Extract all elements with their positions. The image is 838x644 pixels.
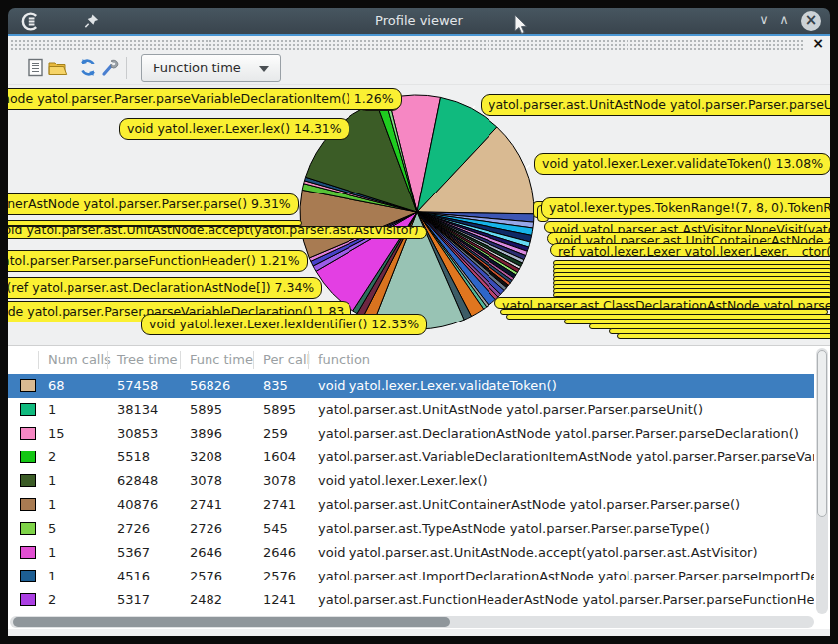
color-swatch <box>20 403 36 416</box>
pie-callout-label: node yatol.parser.Parser.parseVariableDe… <box>8 88 402 110</box>
column-separator <box>253 351 254 369</box>
pie-callout-label: ns(ref yatol.parser.ast.DeclarationAstNo… <box>8 277 322 299</box>
color-swatch <box>20 593 36 606</box>
table-body: 685745856826835void yatol.lexer.Lexer.va… <box>8 374 814 614</box>
color-swatch <box>20 522 36 535</box>
pie-callout-label: yatol.lexer.types.TokenRange!(7, 8, 0).T… <box>541 197 830 219</box>
value-cell: 30853 <box>117 426 158 441</box>
color-swatch <box>20 451 36 463</box>
function-cell: yatol.parser.ast.UnitContainerAstNode ya… <box>318 497 740 512</box>
pie-callout-label: void yatol.lexer.Lexer.validateToken() 1… <box>534 153 830 175</box>
value-cell: 2726 <box>117 521 150 536</box>
pie-callout-label: ref yatol.lexer.Lexer yatol.lexer.Lexer.… <box>550 243 830 257</box>
profile-viewer-window: Profile viewer ∨ ∧ × × <box>8 8 830 636</box>
dock-handle[interactable] <box>10 39 804 50</box>
table-row[interactable]: 14087627412741yatol.parser.ast.UnitConta… <box>8 493 814 517</box>
report-list-button[interactable] <box>23 56 47 79</box>
value-cell: 1 <box>48 497 56 512</box>
table-row[interactable]: 13813458955895yatol.parser.ast.UnitAstNo… <box>8 398 814 422</box>
column-header-function[interactable]: function <box>318 352 370 367</box>
value-cell: 1 <box>48 402 56 417</box>
table-header: Num callsTree timeFunc timePer callfunct… <box>8 346 830 374</box>
table-row[interactable]: 1536726462646void yatol.parser.ast.UnitA… <box>8 541 814 565</box>
close-button[interactable]: × <box>801 11 821 31</box>
color-swatch <box>20 474 36 487</box>
pie-callout-label: ainerAstNode yatol.parser.Parser.parse()… <box>8 193 299 215</box>
open-file-button[interactable] <box>45 56 69 79</box>
table-row[interactable]: 685745856826835void yatol.lexer.Lexer.va… <box>8 374 814 398</box>
value-cell: 2576 <box>263 569 296 583</box>
function-cell: yatol.parser.ast.VariableDeclarationItem… <box>318 450 814 464</box>
value-cell: 5 <box>48 521 56 536</box>
color-swatch <box>20 546 36 559</box>
table-row[interactable]: 2531724821241yatol.parser.ast.FunctionHe… <box>8 588 814 612</box>
value-cell: 259 <box>263 426 288 441</box>
refresh-icon <box>78 58 98 77</box>
options-button[interactable] <box>98 56 122 79</box>
open-folder-icon <box>47 59 68 77</box>
view-mode-value: Function time <box>153 61 241 75</box>
pie-callout-label: void yatol.lexer.Lexer.lex() 14.31% <box>119 118 349 140</box>
value-cell: 1604 <box>263 450 296 464</box>
results-table: Num callsTree timeFunc timePer callfunct… <box>8 345 830 629</box>
value-cell: 1 <box>48 545 56 560</box>
column-separator <box>107 351 108 369</box>
column-header-num-calls[interactable]: Num calls <box>48 352 111 367</box>
value-cell: 62848 <box>117 473 158 488</box>
pie-callout-label: yatol.parser.ast.ClassDeclarationAstNode… <box>494 297 830 309</box>
value-cell: 2576 <box>190 569 222 583</box>
report-icon <box>27 58 44 77</box>
pie-chart-panel: 03%node yatol.parser.Parser.parseVariabl… <box>8 85 830 343</box>
value-cell: 5317 <box>117 592 150 607</box>
pie-callout-label: atol.parser.Parser.parseFunctionHeader()… <box>8 250 308 272</box>
value-cell: 2726 <box>190 521 222 536</box>
table-row[interactable]: 15308533896259yatol.parser.ast.Declarati… <box>8 422 814 446</box>
titlebar[interactable]: Profile viewer ∨ ∧ × <box>8 8 830 34</box>
horizontal-scrollbar-thumb[interactable] <box>13 617 450 627</box>
toolbar-separator <box>126 57 127 79</box>
function-cell: void yatol.parser.ast.UnitAstNode.accept… <box>318 545 758 560</box>
value-cell: 3078 <box>263 473 296 488</box>
column-header-per-call[interactable]: Per call <box>263 352 310 367</box>
refresh-button[interactable] <box>76 56 100 79</box>
minimize-button[interactable]: ∨ <box>755 12 772 27</box>
horizontal-scrollbar[interactable] <box>10 616 814 628</box>
pie-callout-label: void yatol.lexer.Lexer.lexIdentifier() 1… <box>141 314 427 335</box>
dock-close-icon[interactable]: × <box>812 36 824 51</box>
value-cell: 56826 <box>190 378 230 393</box>
value-cell: 2 <box>48 592 56 607</box>
function-cell: yatol.parser.ast.FunctionHeaderAstNode y… <box>318 592 814 607</box>
function-cell: void yatol.lexer.Lexer.validateToken() <box>318 378 557 393</box>
mouse-cursor <box>511 14 531 36</box>
column-separator <box>308 351 309 369</box>
vertical-scrollbar[interactable] <box>816 348 828 614</box>
table-row[interactable]: 16284830783078void yatol.lexer.Lexer.lex… <box>8 469 814 493</box>
pie-callout-label: yatol.parser.ast.UnitAstNode yatol.parse… <box>481 94 830 116</box>
function-cell: void yatol.lexer.Lexer.lex() <box>318 473 488 488</box>
maximize-button[interactable]: ∧ <box>775 12 793 27</box>
column-header-func-time[interactable]: Func time <box>190 352 253 367</box>
value-cell: 57458 <box>117 378 158 393</box>
value-cell: 5518 <box>117 450 150 464</box>
function-cell: yatol.parser.ast.UnitAstNode yatol.parse… <box>318 402 703 417</box>
toolbar: Function time <box>8 52 830 85</box>
color-swatch <box>20 498 36 511</box>
color-swatch <box>20 570 36 582</box>
value-cell: 4516 <box>117 569 150 583</box>
value-cell: 835 <box>263 378 288 393</box>
view-mode-dropdown[interactable]: Function time <box>141 54 281 82</box>
color-swatch <box>20 379 36 392</box>
value-cell: 2741 <box>263 497 296 512</box>
color-swatch <box>20 427 36 440</box>
value-cell: 2646 <box>263 545 296 560</box>
window-title: Profile viewer <box>8 13 830 28</box>
value-cell: 2 <box>48 450 56 464</box>
vertical-scrollbar-thumb[interactable] <box>817 350 827 517</box>
column-header-tree-time[interactable]: Tree time <box>117 352 178 367</box>
table-row[interactable]: 2551832081604yatol.parser.ast.VariableDe… <box>8 446 814 469</box>
table-row[interactable]: 1451625762576yatol.parser.ast.ImportDecl… <box>8 565 814 588</box>
value-cell: 2741 <box>190 497 222 512</box>
window-content: × <box>8 36 830 636</box>
table-row[interactable]: 527262726545yatol.parser.ast.TypeAstNode… <box>8 517 814 541</box>
pie-callout-label: void yatol.parser.ast.UnitAstNode.accept… <box>8 226 427 239</box>
